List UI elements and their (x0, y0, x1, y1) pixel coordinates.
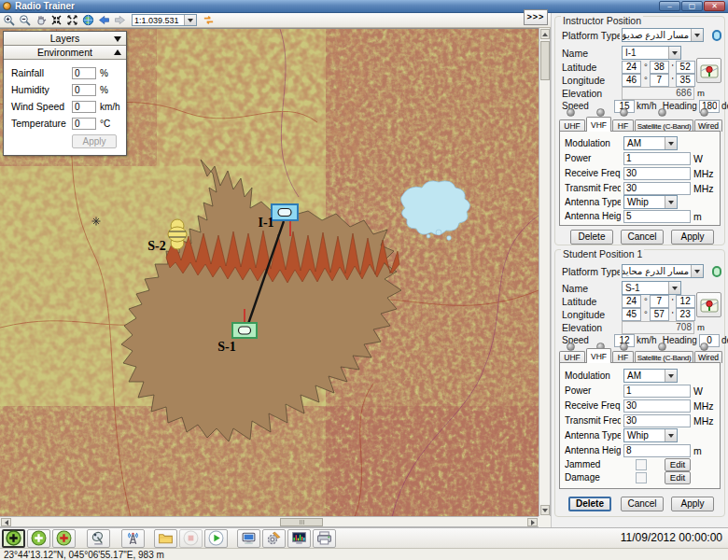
scroll-left-icon[interactable] (1, 518, 11, 526)
chevron-down-icon[interactable] (691, 29, 703, 41)
longitude-sec-input[interactable] (676, 74, 695, 87)
longitude-sec-input[interactable] (676, 308, 695, 321)
chevron-down-icon[interactable] (665, 370, 677, 382)
latitude-min-input[interactable] (650, 295, 669, 308)
latitude-deg-input[interactable] (622, 61, 641, 74)
chevron-down-icon[interactable] (665, 429, 677, 441)
chevron-down-icon[interactable] (668, 47, 680, 59)
radio-tower-button[interactable] (121, 529, 145, 548)
modulation-select[interactable]: AM (623, 369, 678, 383)
student-platform-select[interactable]: مسار الدرع محايد (622, 264, 704, 278)
delete-button[interactable]: Delete (568, 497, 611, 511)
pick-on-map-button[interactable] (696, 58, 721, 83)
vhf-led-icon (596, 108, 605, 117)
latitude-deg-input[interactable] (622, 295, 641, 308)
jammed-edit-button[interactable]: Edit (665, 458, 691, 471)
chevron-down-icon[interactable] (668, 282, 680, 294)
instructor-platform-select[interactable]: مسار الدرع صديق (622, 28, 704, 42)
open-scenario-button[interactable] (154, 529, 177, 548)
apply-button[interactable]: Apply (671, 230, 714, 245)
latitude-sec-input[interactable] (676, 295, 695, 308)
apply-button[interactable]: Apply (671, 497, 714, 511)
power-input[interactable] (623, 385, 691, 398)
latitude-sec-input[interactable] (676, 61, 695, 74)
map-vertical-scrollbar[interactable] (539, 28, 551, 516)
chevron-down-icon[interactable] (184, 15, 196, 25)
damage-edit-button[interactable]: Edit (665, 471, 691, 484)
chevron-down-icon[interactable] (665, 137, 677, 149)
chevron-down-icon[interactable] (665, 196, 677, 208)
print-button[interactable] (313, 529, 336, 548)
overview-icon[interactable] (202, 14, 216, 27)
add-instructor-button[interactable] (2, 529, 25, 548)
scroll-up-icon[interactable] (540, 29, 550, 39)
monitor-button[interactable] (237, 529, 260, 548)
full-extent-icon[interactable] (65, 14, 79, 27)
jammed-checkbox[interactable] (636, 459, 647, 470)
student-name-select[interactable]: S-1 (622, 281, 681, 295)
longitude-min-input[interactable] (650, 308, 669, 321)
antenna-type-select[interactable]: Whip (623, 428, 678, 442)
environment-apply-button[interactable]: Apply (72, 134, 117, 148)
statusbar: 23°44'13.12"N, 045°06'55.17"E, 983 m (0, 548, 728, 560)
minimize-icon[interactable]: – (659, 1, 680, 11)
layers-header[interactable]: Layers (4, 32, 126, 46)
maximize-icon[interactable]: ▢ (681, 1, 703, 11)
pick-on-map-button[interactable] (696, 292, 721, 317)
cancel-button[interactable]: Cancel (621, 230, 664, 245)
add-enemy-button[interactable] (52, 529, 76, 548)
delete-button[interactable]: Delete (570, 230, 613, 245)
forward-icon[interactable] (113, 14, 127, 27)
receive-freq-input[interactable] (623, 399, 691, 413)
vertical-scroll-thumb[interactable] (540, 41, 550, 80)
gear-pencil-icon (266, 530, 282, 546)
spectrum-button[interactable] (287, 529, 311, 548)
scale-select[interactable]: 1:1.039.531 (132, 14, 197, 26)
collapse-icon[interactable] (114, 32, 121, 46)
minute-symbol: ' (671, 309, 674, 319)
instructor-name-select[interactable]: I-1 (622, 46, 681, 60)
environment-header[interactable]: Environment (4, 46, 126, 60)
temperature-input[interactable] (72, 118, 96, 130)
transmit-freq-input[interactable] (623, 414, 691, 427)
satellite-dish-button[interactable] (87, 529, 110, 548)
receive-freq-unit: MHz (693, 400, 714, 412)
damage-checkbox[interactable] (636, 472, 647, 483)
longitude-deg-input[interactable] (622, 74, 641, 87)
antenna-type-select[interactable]: Whip (623, 195, 678, 209)
receive-freq-input[interactable] (623, 167, 691, 180)
zoom-in-icon[interactable] (2, 14, 16, 27)
scroll-down-icon[interactable] (540, 505, 550, 515)
rainfall-input[interactable] (72, 67, 96, 79)
zoom-to-extent-icon[interactable] (49, 14, 63, 27)
temperature-unit: °C (96, 119, 120, 129)
zoom-out-icon[interactable] (18, 14, 32, 27)
expand-icon[interactable] (114, 46, 121, 60)
tab-vhf[interactable]: VHF (586, 348, 611, 363)
map-viewport[interactable]: I-1 S-1 S-2 Layers (0, 28, 539, 516)
chevron-down-icon[interactable] (691, 265, 703, 277)
play-button[interactable] (204, 529, 228, 548)
close-icon[interactable]: ✕ (704, 1, 725, 11)
scroll-right-icon[interactable] (527, 518, 538, 526)
wind-speed-input[interactable] (72, 101, 96, 113)
latitude-min-input[interactable] (650, 61, 669, 74)
horizontal-scroll-thumb[interactable] (280, 518, 323, 526)
settings-button[interactable] (262, 529, 286, 548)
back-icon[interactable] (97, 14, 111, 27)
humidity-input[interactable] (72, 84, 96, 96)
transmit-freq-input[interactable] (623, 182, 691, 195)
antenna-height-input[interactable] (623, 444, 691, 457)
cancel-button[interactable]: Cancel (621, 497, 664, 511)
longitude-min-input[interactable] (650, 74, 669, 87)
antenna-height-input[interactable] (623, 210, 691, 223)
pan-icon[interactable] (34, 14, 48, 27)
globe-icon[interactable] (81, 14, 95, 27)
longitude-deg-input[interactable] (622, 308, 641, 321)
add-student-button[interactable] (27, 529, 50, 548)
tab-vhf[interactable]: VHF (586, 117, 611, 132)
expand-panel-button[interactable]: >>> (524, 9, 548, 25)
power-input[interactable] (623, 152, 691, 165)
modulation-select[interactable]: AM (623, 136, 678, 150)
map-horizontal-scrollbar[interactable] (0, 516, 539, 527)
